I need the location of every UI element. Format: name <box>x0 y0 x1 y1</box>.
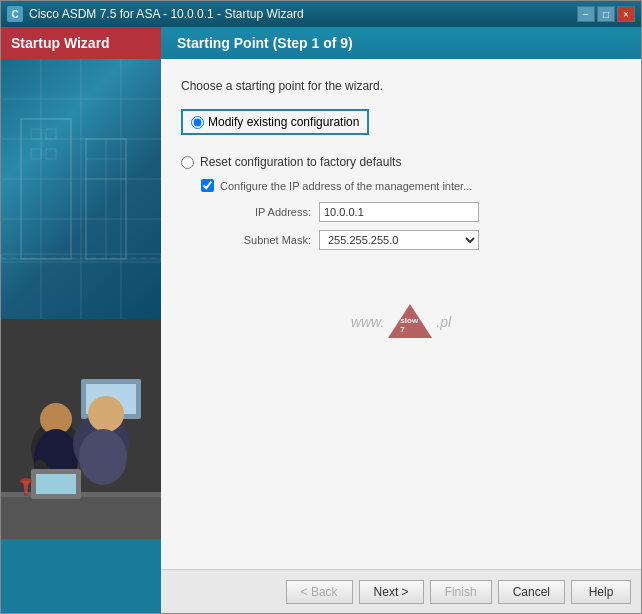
svg-rect-35 <box>24 493 28 496</box>
help-button[interactable]: Help <box>571 580 631 604</box>
main-content: Startup Wizard <box>1 27 641 613</box>
ip-input[interactable] <box>319 202 479 222</box>
watermark-www: www. <box>351 314 384 330</box>
ip-field-row: IP Address: <box>221 202 621 222</box>
finish-button[interactable]: Finish <box>430 580 492 604</box>
watermark-logo: slow7 <box>388 304 432 341</box>
content-body: Choose a starting point for the wizard. … <box>161 59 641 569</box>
svg-rect-10 <box>46 129 56 139</box>
subnet-select[interactable]: 255.255.255.0 <box>319 230 479 250</box>
sidebar-photo <box>1 319 161 539</box>
option2-container: Reset configuration to factory defaults <box>181 155 621 169</box>
step-header: Starting Point (Step 1 of 9) <box>161 27 641 59</box>
svg-rect-11 <box>31 149 41 159</box>
svg-rect-9 <box>31 129 41 139</box>
next-button[interactable]: Next > <box>359 580 424 604</box>
sidebar: Startup Wizard <box>1 27 161 613</box>
svg-rect-8 <box>21 119 71 259</box>
cancel-button[interactable]: Cancel <box>498 580 565 604</box>
watermark-area: www. slow7 .pl <box>181 262 621 382</box>
option1-radio[interactable] <box>191 116 204 129</box>
window-controls: − □ × <box>577 6 635 22</box>
footer: < Back Next > Finish Cancel Help <box>161 569 641 613</box>
minimize-button[interactable]: − <box>577 6 595 22</box>
watermark-triangle-text: slow7 <box>400 316 418 334</box>
subnet-label: Subnet Mask: <box>221 234 311 246</box>
ip-label: IP Address: <box>221 206 311 218</box>
sub-options: Configure the IP address of the manageme… <box>201 179 621 250</box>
window-title: Cisco ASDM 7.5 for ASA - 10.0.0.1 - Star… <box>29 7 304 21</box>
watermark-tld: .pl <box>436 314 451 330</box>
checkbox-row: Configure the IP address of the manageme… <box>201 179 621 192</box>
configure-ip-label: Configure the IP address of the manageme… <box>220 180 472 192</box>
back-button[interactable]: < Back <box>286 580 353 604</box>
maximize-button[interactable]: □ <box>597 6 615 22</box>
watermark: www. slow7 .pl <box>351 304 451 341</box>
subnet-field-row: Subnet Mask: 255.255.255.0 <box>221 230 621 250</box>
svg-rect-12 <box>46 149 56 159</box>
option1-label[interactable]: Modify existing configuration <box>208 115 359 129</box>
main-window: C Cisco ASDM 7.5 for ASA - 10.0.0.1 - St… <box>0 0 642 614</box>
option1-selected-box: Modify existing configuration <box>181 109 369 135</box>
svg-rect-29 <box>1 494 161 539</box>
configure-ip-checkbox[interactable] <box>201 179 214 192</box>
svg-point-27 <box>79 429 127 485</box>
option1-container: Modify existing configuration <box>181 109 621 145</box>
svg-rect-32 <box>36 474 76 494</box>
choose-label: Choose a starting point for the wizard. <box>181 79 621 93</box>
sidebar-title: Startup Wizard <box>1 27 161 59</box>
option2-radio[interactable] <box>181 156 194 169</box>
option2-label[interactable]: Reset configuration to factory defaults <box>200 155 401 169</box>
watermark-triangle: slow7 <box>388 304 432 338</box>
close-button[interactable]: × <box>617 6 635 22</box>
step-title: Starting Point (Step 1 of 9) <box>177 35 353 51</box>
svg-point-26 <box>88 396 124 432</box>
app-icon: C <box>7 6 23 22</box>
content-panel: Starting Point (Step 1 of 9) Choose a st… <box>161 27 641 613</box>
title-bar: C Cisco ASDM 7.5 for ASA - 10.0.0.1 - St… <box>1 1 641 27</box>
sidebar-blueprint <box>1 59 161 319</box>
